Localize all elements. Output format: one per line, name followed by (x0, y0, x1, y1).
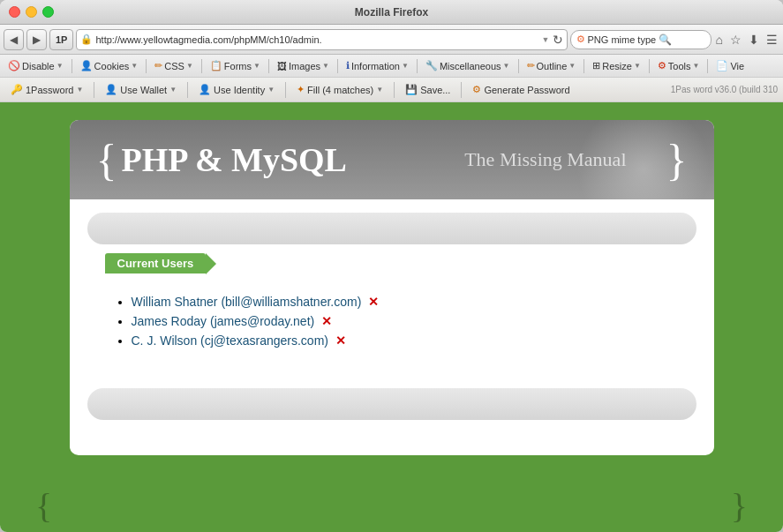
web-developer-toolbar: 🚫 Disable ▼ 👤 Cookies ▼ ✏ CSS ▼ 📋 Forms … (0, 55, 783, 78)
search-bar[interactable]: ⚙ PNG mime type 🔍 (570, 30, 711, 49)
footer-brace-left: { (35, 485, 52, 527)
bottom-bar: { } (0, 479, 783, 532)
current-users-badge: Current Users (105, 253, 207, 273)
separator (394, 82, 395, 98)
dropdown-icon: ▼ (542, 35, 550, 44)
menu-button[interactable]: ☰ (764, 31, 779, 49)
minimize-button[interactable] (26, 6, 37, 18)
view-menu[interactable]: 📄 Vie (711, 59, 749, 72)
page-wrapper: { PHP & MySQL The Missing Manual } Curre… (0, 102, 783, 479)
1password-icon: 🔑 (11, 84, 23, 95)
generate-password-button[interactable]: ⚙ Generate Password (467, 82, 575, 97)
user-link-james[interactable]: James Roday (james@roday.net) (132, 314, 319, 328)
1password-nav-icon[interactable]: 1P (49, 29, 73, 50)
window-controls (9, 6, 54, 18)
user-link-william[interactable]: William Shatner (bill@williamshatner.com… (132, 295, 365, 309)
save-icon: 💾 (405, 84, 418, 95)
current-users-badge-container: Current Users (105, 253, 217, 282)
forward-arrow-icon: ▶ (33, 34, 41, 46)
info-icon: ℹ (346, 60, 350, 71)
download-button[interactable]: ⬇ (747, 31, 761, 49)
browser-window: Mozilla Firefox ◀ ▶ 1P 🔒 http://www.yell… (0, 0, 783, 532)
resize-menu[interactable]: ⊞ Resize ▼ (588, 59, 645, 72)
dropdown-arrow: ▼ (253, 62, 260, 70)
content-area: { PHP & MySQL The Missing Manual } Curre… (0, 102, 783, 479)
dropdown-arrow: ▼ (131, 62, 138, 70)
tools-icon: ⚙ (658, 60, 666, 71)
generate-icon: ⚙ (472, 84, 481, 95)
separator (583, 59, 584, 73)
dropdown-arrow: ▼ (402, 62, 409, 70)
outline-menu[interactable]: ✏ Outline ▼ (523, 59, 581, 72)
page-subtitle: The Missing Manual (464, 148, 626, 171)
separator (201, 59, 202, 73)
users-list: William Shatner (bill@williamshatner.com… (105, 295, 679, 348)
separator (146, 59, 147, 73)
separator (417, 59, 418, 73)
fill-button[interactable]: ✦ Fill (4 matches) ▼ (291, 82, 388, 97)
disable-menu[interactable]: 🚫 Disable ▼ (4, 59, 68, 72)
header-brace-left: { (96, 134, 117, 185)
separator (518, 59, 519, 73)
home-button[interactable]: ⌂ (714, 31, 725, 49)
window-title: Mozilla Firefox (355, 6, 428, 19)
identity-icon: 👤 (199, 84, 211, 95)
separator (268, 59, 269, 73)
header-brace-right: } (666, 134, 688, 185)
page-header: { PHP & MySQL The Missing Manual } (70, 120, 714, 199)
close-button[interactable] (9, 6, 20, 18)
dropdown-arrow: ▼ (503, 62, 510, 70)
badge-arrow (206, 253, 216, 274)
secure-icon: 🔒 (80, 34, 93, 45)
search-text: PNG mime type (588, 34, 657, 45)
cookies-menu[interactable]: 👤 Cookies ▼ (76, 59, 143, 72)
miscellaneous-menu[interactable]: 🔧 Miscellaneous ▼ (421, 59, 515, 72)
dropdown-arrow: ▼ (376, 86, 383, 94)
search-engine-icon: ⚙ (576, 34, 585, 45)
delete-wilson-button[interactable]: ✕ (335, 333, 346, 348)
back-button[interactable]: ◀ (4, 29, 24, 50)
separator (187, 82, 188, 98)
dropdown-arrow: ▼ (267, 86, 275, 94)
page-search-top[interactable] (87, 213, 696, 244)
maximize-button[interactable] (42, 6, 54, 18)
css-icon: ✏ (154, 60, 162, 71)
dropdown-arrow: ▼ (169, 86, 177, 94)
password-toolbar: 🔑 1Password ▼ 👤 Use Wallet ▼ 👤 Use Ident… (0, 78, 783, 102)
dropdown-arrow: ▼ (693, 62, 700, 70)
dropdown-arrow: ▼ (568, 62, 576, 70)
1password-brand[interactable]: 🔑 1Password ▼ (5, 82, 88, 97)
wallet-icon: 👤 (105, 84, 117, 95)
tools-menu[interactable]: ⚙ Tools ▼ (653, 59, 704, 72)
use-identity-button[interactable]: 👤 Use Identity ▼ (193, 82, 280, 97)
list-item: William Shatner (bill@williamshatner.com… (132, 295, 679, 309)
user-link-wilson[interactable]: C. J. Wilson (cj@texasrangers.com) (132, 333, 332, 348)
use-wallet-button[interactable]: 👤 Use Wallet ▼ (100, 82, 182, 97)
current-users-section: Current Users William Shatner (bill@will… (70, 244, 714, 371)
css-menu[interactable]: ✏ CSS ▼ (150, 59, 198, 72)
information-menu[interactable]: ℹ Information ▼ (342, 59, 413, 72)
list-item: James Roday (james@roday.net) ✕ (132, 314, 679, 328)
reload-icon[interactable]: ↻ (553, 33, 563, 47)
separator (649, 59, 650, 73)
footer-brace-right: } (731, 485, 748, 527)
page-search-bottom[interactable] (87, 388, 696, 420)
back-arrow-icon: ◀ (10, 34, 18, 46)
dropdown-arrow: ▼ (634, 62, 641, 70)
address-bar[interactable]: 🔒 http://www.yellowtagmedia.com/phpMM/ch… (76, 29, 567, 50)
dropdown-arrow: ▼ (76, 86, 83, 94)
list-item: C. J. Wilson (cj@texasrangers.com) ✕ (132, 333, 679, 348)
bookmark-button[interactable]: ☆ (728, 31, 743, 49)
url-text: http://www.yellowtagmedia.com/phpMM/ch10… (95, 34, 538, 45)
save-button[interactable]: 💾 Save... (400, 82, 455, 97)
delete-james-button[interactable]: ✕ (321, 314, 332, 328)
forward-button[interactable]: ▶ (26, 29, 47, 50)
images-menu[interactable]: 🖼 Images ▼ (273, 60, 334, 72)
separator (94, 82, 94, 98)
search-icon: 🔍 (659, 34, 672, 46)
fill-icon: ✦ (297, 84, 305, 95)
delete-william-button[interactable]: ✕ (368, 295, 379, 309)
separator (72, 59, 72, 73)
forms-icon: 📋 (210, 60, 222, 71)
forms-menu[interactable]: 📋 Forms ▼ (206, 59, 265, 72)
